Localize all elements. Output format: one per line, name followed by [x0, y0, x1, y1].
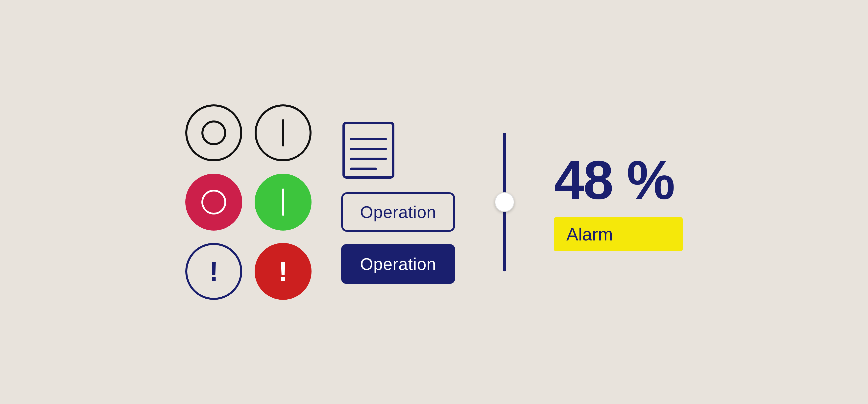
exclaim-red-icon: !	[279, 258, 288, 285]
power-off-inner-circle-icon	[202, 121, 226, 145]
power-off-red-button[interactable]	[185, 174, 242, 230]
operation-filled-button[interactable]: Operation	[341, 244, 455, 284]
main-container: ! ! Operation Operation	[165, 85, 703, 320]
alert-outline-button[interactable]: !	[185, 243, 242, 300]
percentage-display: 48 %	[554, 153, 683, 207]
button-grid: ! !	[185, 104, 312, 300]
operation-outline-label: Operation	[360, 203, 436, 222]
power-on-green-line-icon	[282, 188, 284, 216]
power-on-green-button[interactable]	[255, 174, 312, 230]
vertical-slider[interactable]	[495, 133, 515, 271]
exclaim-outline-icon: !	[209, 258, 218, 285]
operation-filled-label: Operation	[360, 254, 436, 274]
operation-outline-button[interactable]: Operation	[341, 192, 455, 232]
slider-section	[485, 133, 524, 271]
alert-red-button[interactable]: !	[255, 243, 312, 300]
percentage-value: 48 %	[554, 150, 674, 211]
power-on-line-icon	[282, 119, 284, 147]
slider-thumb[interactable]	[495, 192, 515, 212]
middle-section: Operation Operation	[341, 121, 455, 284]
document-icon	[341, 121, 396, 180]
alarm-label: Alarm	[566, 224, 613, 244]
alarm-badge: Alarm	[554, 217, 683, 251]
power-on-outline-button[interactable]	[255, 104, 312, 161]
power-off-outline-button[interactable]	[185, 104, 242, 161]
right-section: 48 % Alarm	[554, 153, 683, 251]
power-off-red-inner-icon	[202, 190, 226, 215]
